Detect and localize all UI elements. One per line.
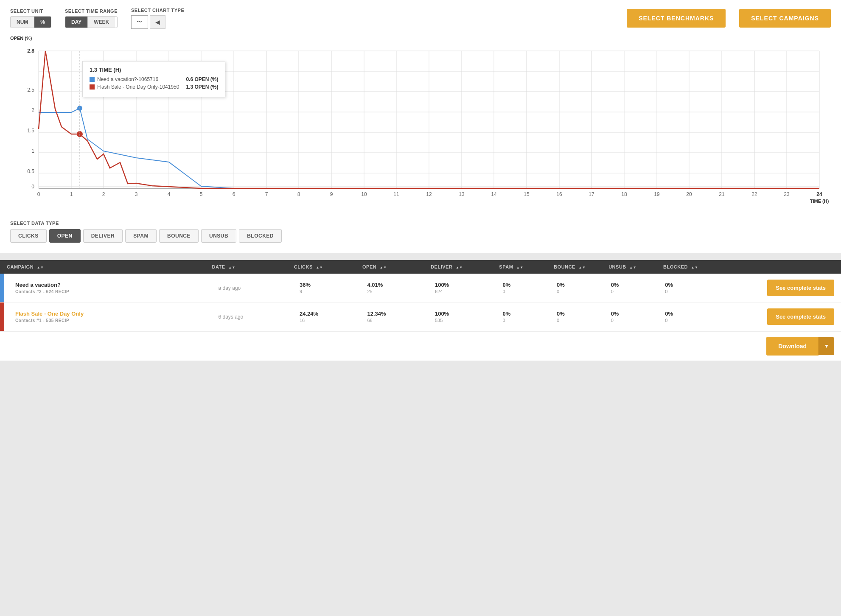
- sort-clicks[interactable]: ▲▼: [316, 266, 323, 269]
- select-campaigns-button[interactable]: SELECT CAMPAIGNS: [739, 9, 831, 28]
- campaign-name-2: Flash Sale - One Day Only: [15, 311, 219, 317]
- svg-text:0: 0: [37, 191, 40, 197]
- select-time-range-label: SELECT TIME RANGE: [65, 8, 118, 14]
- svg-text:22: 22: [751, 191, 757, 197]
- svg-text:6: 6: [233, 191, 235, 197]
- sort-bounce[interactable]: ▲▼: [578, 266, 586, 269]
- line-chart-button[interactable]: 〜: [131, 15, 148, 29]
- sort-campaign[interactable]: ▲▼: [37, 266, 44, 269]
- tooltip-title: 1.3 TIME (H): [90, 67, 218, 73]
- svg-text:16: 16: [556, 191, 562, 197]
- svg-text:24: 24: [816, 191, 822, 197]
- tooltip-row-1: Need a vacation?-1065716 0.6 OPEN (%): [90, 76, 218, 82]
- tooltip-value-2: 1.3 OPEN (%): [186, 84, 218, 90]
- bounce-cell-1: 0% 0: [557, 282, 611, 294]
- spam-cell-1: 0% 0: [502, 282, 557, 294]
- data-type-deliver[interactable]: DELIVER: [83, 229, 123, 243]
- svg-text:1: 1: [70, 191, 73, 197]
- campaign-cell-2: Flash Sale - One Day Only Contacts #1 - …: [7, 311, 219, 323]
- svg-text:0: 0: [31, 184, 34, 190]
- see-complete-stats-1[interactable]: See complete stats: [767, 280, 834, 296]
- svg-text:13: 13: [459, 191, 465, 197]
- header-deliver: DELIVER ▲▼: [431, 264, 499, 269]
- data-type-spam[interactable]: SPAM: [125, 229, 157, 243]
- svg-text:12: 12: [426, 191, 432, 197]
- svg-text:5: 5: [200, 191, 203, 197]
- row-indicator-blue: [0, 274, 4, 302]
- campaign-name-1: Need a vacation?: [15, 282, 219, 288]
- svg-text:2: 2: [31, 107, 34, 113]
- sort-deliver[interactable]: ▲▼: [456, 266, 463, 269]
- num-button[interactable]: NUM: [11, 17, 34, 28]
- svg-text:0.5: 0.5: [27, 168, 34, 174]
- svg-text:8: 8: [297, 191, 300, 197]
- data-type-section: SELECT DATA TYPE CLICKS OPEN DELIVER SPA…: [10, 217, 831, 248]
- table-row: Flash Sale - One Day Only Contacts #1 - …: [0, 302, 841, 331]
- tooltip-label-2: Flash Sale - One Day Only-1041950: [90, 84, 179, 90]
- chart-tooltip: 1.3 TIME (H) Need a vacation?-1065716 0.…: [82, 61, 225, 97]
- campaign-sub-1: Contacts #2 - 624 RECIP: [15, 289, 69, 294]
- download-button[interactable]: Download: [766, 337, 819, 356]
- unit-btn-group: NUM %: [10, 16, 51, 28]
- date-cell-2: 6 days ago: [219, 314, 300, 320]
- unsub-cell-2: 0% 0: [611, 311, 665, 323]
- chart-container: OPEN (%) 0 0.5 1 1.5 2 2.5 2.8: [10, 36, 831, 214]
- blocked-cell-2: 0% 0: [665, 311, 733, 323]
- campaign-sub-2: Contacts #1 - 535 RECIP: [15, 318, 69, 323]
- blocked-cell-1: 0% 0: [665, 282, 733, 294]
- data-type-unsub[interactable]: UNSUB: [201, 229, 236, 243]
- see-complete-stats-2[interactable]: See complete stats: [767, 308, 834, 325]
- sort-blocked[interactable]: ▲▼: [691, 266, 698, 269]
- svg-text:21: 21: [719, 191, 725, 197]
- svg-text:18: 18: [621, 191, 627, 197]
- svg-text:17: 17: [589, 191, 594, 197]
- header-date: DATE ▲▼: [212, 264, 294, 269]
- week-button[interactable]: WEEK: [88, 17, 115, 28]
- open-cell-1: 4.01% 25: [367, 282, 435, 294]
- data-type-bounce[interactable]: BOUNCE: [159, 229, 199, 243]
- deliver-cell-1: 100% 624: [435, 282, 503, 294]
- select-benchmarks-button[interactable]: SELECT BENCHMARKS: [627, 9, 726, 28]
- header-blocked: BLOCKED ▲▼: [663, 264, 732, 269]
- row-indicator-red: [0, 302, 4, 331]
- select-chart-type-group: SELECT CHART TYPE 〜 ◀: [131, 8, 184, 29]
- data-type-buttons: CLICKS OPEN DELIVER SPAM BOUNCE UNSUB BL…: [10, 229, 831, 243]
- svg-text:3: 3: [135, 191, 138, 197]
- svg-text:4: 4: [168, 191, 171, 197]
- table-header: CAMPAIGN ▲▼ DATE ▲▼ CLICKS ▲▼ OPEN ▲▼ DE…: [0, 260, 841, 274]
- pct-button[interactable]: %: [34, 17, 51, 28]
- tooltip-dot-blue: [90, 77, 95, 82]
- svg-text:TIME (H): TIME (H): [810, 199, 829, 204]
- svg-text:2.5: 2.5: [27, 87, 34, 93]
- sort-unsub[interactable]: ▲▼: [629, 266, 636, 269]
- area-chart-button[interactable]: ◀: [150, 15, 165, 29]
- tooltip-row-2: Flash Sale - One Day Only-1041950 1.3 OP…: [90, 84, 218, 90]
- svg-text:9: 9: [330, 191, 333, 197]
- svg-text:20: 20: [686, 191, 692, 197]
- clicks-cell-2: 24.24% 16: [300, 311, 367, 323]
- header-bounce: BOUNCE ▲▼: [554, 264, 608, 269]
- day-button[interactable]: DAY: [65, 17, 88, 28]
- action-cell-1: See complete stats: [733, 280, 834, 296]
- select-unit-label: SELECT UNIT: [10, 8, 51, 14]
- data-type-open[interactable]: OPEN: [49, 229, 81, 243]
- tooltip-value-1: 0.6 OPEN (%): [186, 76, 218, 82]
- action-cell-2: See complete stats: [733, 308, 834, 325]
- bounce-cell-2: 0% 0: [557, 311, 611, 323]
- svg-text:1.5: 1.5: [27, 128, 34, 134]
- download-dropdown-button[interactable]: ▼: [819, 337, 834, 355]
- time-range-btn-group: DAY WEEK: [65, 16, 118, 28]
- sort-spam[interactable]: ▲▼: [516, 266, 524, 269]
- open-cell-2: 12.34% 66: [367, 311, 435, 323]
- tooltip-dot-red: [90, 84, 95, 90]
- sort-open[interactable]: ▲▼: [380, 266, 387, 269]
- svg-text:23: 23: [784, 191, 790, 197]
- header-open: OPEN ▲▼: [362, 264, 431, 269]
- svg-text:2: 2: [102, 191, 105, 197]
- date-cell-1: a day ago: [219, 285, 300, 291]
- data-type-clicks[interactable]: CLICKS: [10, 229, 47, 243]
- data-type-blocked[interactable]: BLOCKED: [239, 229, 282, 243]
- sort-date[interactable]: ▲▼: [228, 266, 235, 269]
- header-spam: SPAM ▲▼: [499, 264, 554, 269]
- select-unit-group: SELECT UNIT NUM %: [10, 8, 51, 28]
